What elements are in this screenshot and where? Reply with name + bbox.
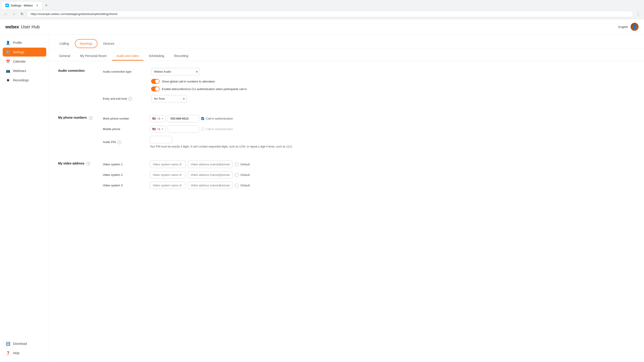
connection-type-label: Audio connection type	[103, 70, 148, 73]
subtab-recording[interactable]: Recording	[170, 52, 193, 60]
video-system-1-name[interactable]	[150, 161, 186, 168]
work-phone-country-select[interactable]: 🇺🇸 +1 ▾	[150, 115, 166, 122]
toggle2-label: Enable teleconference CLI authentication…	[162, 87, 246, 91]
subtab-scheduling[interactable]: Scheduling	[144, 52, 168, 60]
show-callin-toggle[interactable]	[151, 79, 160, 84]
sidebar-item-profile[interactable]: 👤 Profile	[3, 38, 46, 47]
tab-meetings[interactable]: Meetings	[75, 39, 98, 48]
mobile-phone-auth-label: Call-in authentication	[206, 127, 233, 131]
video-system-3-radio[interactable]	[235, 184, 239, 188]
sidebar: 👤 Profile ⚙️ Settings 📅 Calendar 📺 Webin…	[0, 35, 49, 362]
video-system-3-label: Video system 3	[103, 184, 148, 187]
audio-pin-wrapper: Your PIN must be exactly 4 digits. It ca…	[150, 136, 293, 148]
help-icon: ❓	[6, 351, 10, 355]
toggle1-label: Show global call-in numbers to attendees	[162, 80, 215, 83]
app-container: webex User Hub English 👤 👤 Profile ⚙️ Se…	[0, 19, 644, 362]
browser-tabs: W Settings - Webex ✕ +	[0, 0, 644, 9]
sidebar-item-download[interactable]: ⬇️ Download	[3, 339, 46, 348]
work-phone-row: Work phone number 🇺🇸 +1 ▾ Call-in authen…	[103, 115, 635, 122]
subtab-personal-room[interactable]: My Personal Room	[76, 52, 111, 60]
entry-exit-select[interactable]: No Tone Beep Announce Name	[151, 95, 187, 102]
main-layout: 👤 Profile ⚙️ Settings 📅 Calendar 📺 Webin…	[0, 35, 644, 362]
app-header: webex User Hub English 👤	[0, 19, 644, 35]
mobile-phone-row: Mobile phone 🇺🇸 +1 ▾ Call-in authenticat…	[103, 125, 635, 133]
browser-toolbar: ← → ↻ https://example.webex.com/webappng…	[0, 9, 644, 19]
audio-pin-input[interactable]	[150, 136, 172, 143]
tab-devices[interactable]: Devices	[98, 39, 119, 48]
video-address-section: My video address i Video system 1 Defaul…	[58, 161, 635, 192]
work-phone-auth-label: Call-in authentication	[206, 117, 233, 120]
connection-type-select-wrapper: Webex Audio VoIP Only Other Teleconferen…	[151, 68, 200, 75]
work-phone-input[interactable]	[168, 115, 199, 122]
video-system-1-row: Video system 1 Default	[103, 161, 635, 168]
tab-calling[interactable]: Calling	[54, 39, 74, 48]
sidebar-item-label: Settings	[13, 50, 24, 54]
video-system-1-radio[interactable]	[235, 162, 239, 166]
video-system-2-row: Video system 2 Default	[103, 171, 635, 178]
subtab-general[interactable]: General	[54, 52, 75, 60]
tab-close-button[interactable]: ✕	[36, 4, 38, 7]
video-system-3-address[interactable]	[188, 182, 232, 189]
back-button[interactable]: ←	[3, 11, 9, 17]
browser-menu-button[interactable]: ⋮	[635, 11, 641, 17]
video-system-2-address[interactable]	[188, 171, 232, 178]
mobile-phone-chevron: ▾	[162, 128, 163, 130]
work-phone-label: Work phone number	[103, 117, 148, 120]
active-tab[interactable]: W Settings - Webex ✕	[2, 2, 42, 9]
audio-pin-label: Audio PIN i	[103, 140, 148, 144]
toggle1-row: Show global call-in numbers to attendees	[151, 79, 635, 84]
sidebar-item-label: Recordings	[13, 78, 29, 82]
logo-subtitle: User Hub	[21, 24, 40, 30]
settings-icon: ⚙️	[6, 50, 10, 54]
browser-chrome: W Settings - Webex ✕ + ← → ↻ https://exa…	[0, 0, 644, 19]
audio-pin-info-icon[interactable]: i	[118, 140, 121, 144]
video-system-3-name[interactable]	[150, 182, 186, 189]
video-system-1-default: Default	[235, 162, 250, 166]
work-phone-flag: 🇺🇸	[152, 117, 156, 120]
enable-cli-toggle[interactable]	[151, 86, 160, 92]
sidebar-item-calendar[interactable]: 📅 Calendar	[3, 57, 46, 66]
audio-pin-row: Audio PIN i Your PIN must be exactly 4 d…	[103, 136, 635, 148]
video-system-2-label: Video system 2	[103, 173, 148, 176]
video-system-2-default: Default	[235, 173, 250, 177]
video-system-2-name[interactable]	[150, 171, 186, 178]
sidebar-item-recordings[interactable]: ⏺ Recordings	[3, 76, 46, 85]
phone-info-icon[interactable]: i	[89, 116, 92, 120]
connection-type-select[interactable]: Webex Audio VoIP Only Other Teleconferen…	[151, 68, 200, 75]
mobile-phone-flag: 🇺🇸	[152, 127, 156, 131]
video-system-3-row: Video system 3 Default	[103, 182, 635, 189]
language-selector[interactable]: English	[618, 25, 628, 28]
video-info-icon[interactable]: i	[86, 162, 90, 166]
video-system-3-default: Default	[235, 184, 250, 188]
entry-exit-info-icon[interactable]: i	[128, 97, 132, 100]
work-phone-auth-checkbox[interactable]	[201, 117, 204, 120]
phone-numbers-title: My phone numbers i	[58, 115, 103, 152]
avatar[interactable]: 👤	[630, 23, 639, 31]
forward-button[interactable]: →	[11, 11, 17, 17]
sidebar-item-label: Profile	[13, 41, 22, 44]
video-system-2-default-label: Default	[240, 173, 250, 176]
video-system-2-radio[interactable]	[235, 173, 239, 177]
profile-icon: 👤	[6, 40, 10, 45]
sidebar-item-settings[interactable]: ⚙️ Settings	[3, 48, 46, 56]
webinars-icon: 📺	[6, 68, 10, 73]
new-tab-button[interactable]: +	[43, 2, 50, 9]
entry-exit-label: Entry and exit tone i	[103, 97, 148, 100]
address-bar[interactable]: https://example.webex.com/webappng/sites…	[27, 11, 633, 17]
work-phone-chevron: ▾	[162, 117, 163, 120]
mobile-phone-input[interactable]	[168, 125, 199, 133]
reload-button[interactable]: ↻	[19, 11, 25, 17]
sidebar-item-webinars[interactable]: 📺 Webinars	[3, 66, 46, 75]
mobile-phone-auth-checkbox[interactable]	[201, 128, 204, 130]
phone-numbers-section: My phone numbers i Work phone number 🇺🇸 …	[58, 115, 635, 152]
calendar-icon: 📅	[6, 59, 10, 64]
subtab-audio-video[interactable]: Audio and video	[112, 52, 143, 60]
video-system-1-address[interactable]	[188, 161, 232, 168]
sidebar-item-help[interactable]: ❓ Help	[3, 348, 46, 358]
sidebar-item-label: Webinars	[13, 69, 26, 72]
recordings-icon: ⏺	[6, 78, 10, 82]
mobile-phone-country-select[interactable]: 🇺🇸 +1 ▾	[150, 126, 166, 132]
phone-numbers-body: Work phone number 🇺🇸 +1 ▾ Call-in authen…	[103, 115, 635, 152]
video-system-3-default-label: Default	[240, 184, 250, 187]
video-address-title: My video address i	[58, 161, 103, 192]
